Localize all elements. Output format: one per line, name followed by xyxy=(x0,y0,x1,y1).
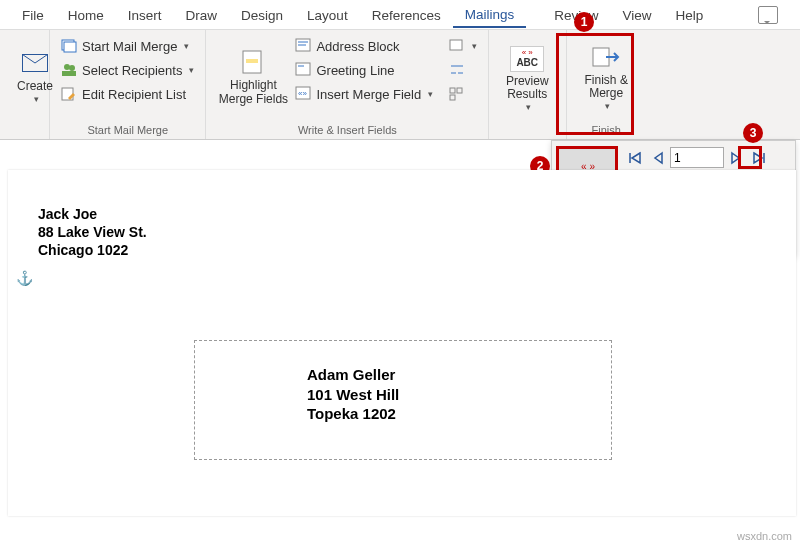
svg-rect-17 xyxy=(450,88,455,93)
menu-tabs: File Home Insert Draw Design Layout Refe… xyxy=(0,0,800,30)
svg-point-3 xyxy=(64,64,70,70)
svg-rect-18 xyxy=(457,88,462,93)
comments-icon[interactable] xyxy=(758,6,778,24)
svg-rect-19 xyxy=(450,95,455,100)
merge-field-icon: «» xyxy=(295,86,311,102)
return-name: Jack Joe xyxy=(38,205,147,223)
group-label-create xyxy=(8,134,41,139)
group-create: Create ▾ xyxy=(0,30,50,139)
callout-3 xyxy=(738,146,762,169)
tab-insert[interactable]: Insert xyxy=(116,2,174,27)
update-icon xyxy=(449,86,465,102)
tab-references[interactable]: References xyxy=(360,2,453,27)
insert-merge-field-button[interactable]: «» Insert Merge Field▾ xyxy=(292,82,436,106)
edit-list-icon xyxy=(61,86,77,102)
svg-point-4 xyxy=(69,65,75,71)
tab-review[interactable]: Review xyxy=(526,2,610,27)
callout-1 xyxy=(556,33,634,135)
badge-3: 3 xyxy=(743,123,763,143)
tab-draw[interactable]: Draw xyxy=(174,2,230,27)
return-street: 88 Lake View St. xyxy=(38,223,147,241)
watermark: wsxdn.com xyxy=(737,530,792,542)
rules-button[interactable]: ▾ xyxy=(446,34,480,58)
mail-merge-icon xyxy=(61,38,77,54)
edit-recipient-list-button[interactable]: Edit Recipient List xyxy=(58,82,197,106)
group-label-write: Write & Insert Fields xyxy=(214,122,480,139)
envelope-icon xyxy=(21,49,49,77)
rules-icon xyxy=(449,38,465,54)
delivery-city: Topeka 1202 xyxy=(307,404,611,424)
document-page: Jack Joe 88 Lake View St. Chicago 1022 ⚓… xyxy=(8,170,796,516)
group-write-insert: Highlight Merge Fields Address Block Gre… xyxy=(206,30,489,139)
address-block-button[interactable]: Address Block xyxy=(292,34,436,58)
tab-view[interactable]: View xyxy=(610,2,663,27)
svg-rect-16 xyxy=(450,40,462,50)
greeting-icon xyxy=(295,62,311,78)
anchor-icon: ⚓ xyxy=(16,270,33,286)
abc-icon: « » ABC xyxy=(510,46,544,72)
preview-results-button[interactable]: « » ABC Preview Results ▾ xyxy=(493,34,561,122)
chevron-down-icon: ▾ xyxy=(428,89,433,99)
prev-record-button[interactable] xyxy=(647,147,669,168)
svg-rect-8 xyxy=(246,59,258,63)
ribbon: Create ▾ Start Mail Merge▾ Select Recipi… xyxy=(0,30,800,140)
select-recipients-button[interactable]: Select Recipients▾ xyxy=(58,58,197,82)
tab-layout[interactable]: Layout xyxy=(295,2,360,27)
greeting-line-button[interactable]: Greeting Line xyxy=(292,58,436,82)
delivery-street: 101 West Hill xyxy=(307,385,611,405)
highlight-merge-fields-button[interactable]: Highlight Merge Fields xyxy=(214,34,292,118)
svg-rect-12 xyxy=(296,63,310,75)
svg-rect-5 xyxy=(62,71,76,76)
tab-design[interactable]: Design xyxy=(229,2,295,27)
chevron-down-icon: ▾ xyxy=(189,65,194,75)
highlight-icon xyxy=(239,48,267,76)
group-start-mail-merge: Start Mail Merge▾ Select Recipients▾ Edi… xyxy=(50,30,206,139)
badge-1: 1 xyxy=(574,12,594,32)
return-city: Chicago 1022 xyxy=(38,241,147,259)
match-icon xyxy=(449,62,465,78)
svg-rect-2 xyxy=(64,42,76,52)
chevron-down-icon: ▾ xyxy=(472,41,477,51)
chevron-down-icon: ▾ xyxy=(184,41,189,51)
tab-home[interactable]: Home xyxy=(56,2,116,27)
create-label: Create xyxy=(17,80,53,94)
tab-help[interactable]: Help xyxy=(664,2,716,27)
update-labels-button[interactable] xyxy=(446,82,480,106)
group-label-start: Start Mail Merge xyxy=(58,122,197,139)
return-address: Jack Joe 88 Lake View St. Chicago 1022 xyxy=(38,205,147,260)
record-number-input[interactable] xyxy=(670,147,724,168)
chevron-down-icon: ▾ xyxy=(526,102,531,112)
address-block-icon xyxy=(295,38,311,54)
chevron-down-icon: ▾ xyxy=(34,94,39,104)
recipients-icon xyxy=(61,62,77,78)
start-mail-merge-button[interactable]: Start Mail Merge▾ xyxy=(58,34,197,58)
match-fields-button[interactable] xyxy=(446,58,480,82)
first-record-button[interactable] xyxy=(624,147,646,168)
tab-file[interactable]: File xyxy=(10,2,56,27)
tab-mailings[interactable]: Mailings xyxy=(453,1,527,28)
svg-text:«»: «» xyxy=(298,89,307,98)
delivery-name: Adam Geller xyxy=(307,365,611,385)
delivery-address-box[interactable]: Adam Geller 101 West Hill Topeka 1202 xyxy=(194,340,612,460)
